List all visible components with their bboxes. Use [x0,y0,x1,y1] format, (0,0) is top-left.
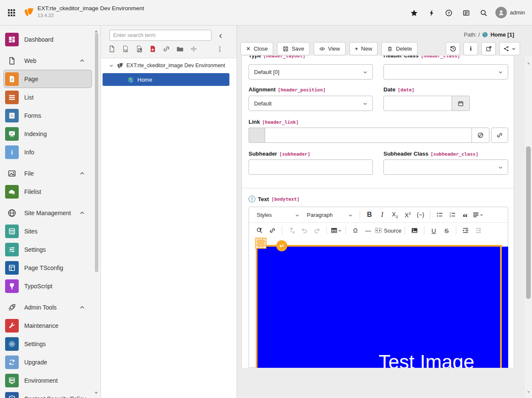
new-shortcut-page-button[interactable] [134,44,144,54]
sidebar-item-admin-tools[interactable]: Admin Tools [0,298,100,316]
sidebar-item-label: File [24,170,34,177]
collapse-tree-icon[interactable] [217,32,224,40]
widget-insert-paragraph-button[interactable]: ↵ [276,240,287,251]
help-icon[interactable] [445,9,452,17]
block-quote-button[interactable]: “ [459,209,471,221]
sidebar-item-forms[interactable]: Forms [0,106,100,125]
delete-button[interactable]: Delete [381,42,418,55]
new-page-restricted-button[interactable] [120,44,131,54]
sidebar-item-content-security-policy[interactable]: Content Security Policy [0,389,100,398]
paragraph-select[interactable]: Paragraph [303,209,357,221]
sidebar-item-page[interactable]: Page [3,70,92,88]
sidebar-item-dashboard[interactable]: Dashboard [0,30,100,48]
chevron-up-icon[interactable] [79,304,85,311]
clear-cache-bolt-icon[interactable] [428,9,435,17]
sidebar-item-site-management[interactable]: Site Management [0,204,100,222]
close-button[interactable]: ✕Close [240,42,273,55]
record-info-button[interactable]: i [463,42,478,55]
numbered-list-button[interactable] [446,209,458,221]
sidebar-scroll-down-icon[interactable] [94,389,99,396]
sidebar-item-environment[interactable]: Environment [0,371,100,389]
sidebar-item-site-settings[interactable]: Settings [0,240,100,259]
header-class-select[interactable] [383,64,508,80]
tree-root-node[interactable]: EXT:rte_ckeditor_image Dev Environment [101,59,237,72]
sidebar-item-sites[interactable]: Sites [0,222,100,240]
underline-button[interactable]: U [428,225,440,236]
new-link-page-button[interactable] [148,44,158,54]
sidebar-item-file[interactable]: File [0,164,100,182]
date-picker-button[interactable] [452,96,470,111]
widget-resize-handle[interactable] [256,239,266,248]
systeminfo-icon[interactable] [463,9,470,17]
view-button[interactable]: View [314,42,346,55]
content-scrollbar[interactable] [525,56,532,398]
sidebar-item-maintenance[interactable]: Maintenance [0,316,100,335]
soft-hyphen-button[interactable]: (−) [415,209,426,221]
link-input[interactable] [265,128,472,143]
new-page-button[interactable] [107,44,117,54]
path-page-ref[interactable]: Home [1] [490,31,514,38]
subscript-button[interactable]: X2 [389,209,401,221]
open-new-window-button[interactable] [481,42,496,55]
undo-button[interactable] [298,225,310,236]
alignment-select[interactable]: Default [249,96,373,111]
sidebar-item-list[interactable]: List [0,88,100,106]
search-icon[interactable] [480,9,487,17]
indent-button[interactable] [460,225,472,236]
sidebar-item-info[interactable]: Info [0,143,100,161]
tree-more-kebab-icon[interactable] [217,45,223,53]
tree-node-home[interactable]: Home [103,73,229,86]
content-scrollbar-thumb[interactable] [526,146,531,299]
tree-search-input[interactable] [109,30,212,41]
outdent-button[interactable] [472,225,484,236]
bulleted-list-button[interactable] [434,209,446,221]
styles-select[interactable]: Styles [253,209,303,221]
insert-image-button[interactable] [409,225,420,236]
chevron-down-icon[interactable] [109,62,114,69]
chevron-up-icon[interactable] [79,209,85,217]
new-mountpoint-button[interactable] [161,44,172,54]
chevron-up-icon[interactable] [79,170,85,177]
bold-button[interactable]: B [363,209,375,221]
date-input[interactable] [383,96,452,111]
chevron-up-icon[interactable] [79,57,85,65]
new-button[interactable]: +New [349,42,378,55]
sidebar-item-upgrade[interactable]: Upgrade [0,353,100,371]
link-button[interactable] [266,225,278,236]
history-button[interactable] [446,42,460,55]
type-select[interactable]: Default [0] [249,64,373,80]
special-characters-button[interactable]: Ω [349,225,361,236]
sidebar-item-page-tsconfig[interactable]: Page TSconfig [0,259,100,277]
avatar[interactable] [495,7,507,18]
sidebar-item-filelist[interactable]: Filelist [0,182,100,201]
italic-button[interactable]: I [376,209,388,221]
remove-format-button[interactable] [286,225,297,236]
redo-button[interactable] [311,225,323,236]
subheader-class-select[interactable] [383,159,508,175]
sidebar-item-admin-settings[interactable]: Settings [0,335,100,353]
scroll-down-icon[interactable] [526,388,531,395]
find-and-replace-button[interactable] [254,225,266,236]
insert-table-button[interactable] [330,225,342,236]
save-button[interactable]: Save [277,42,310,55]
sidebar-item-typoscript[interactable]: TypoScript [0,277,100,295]
strikethrough-button[interactable]: S [440,225,452,236]
editor-image-widget[interactable]: Test Image for E2E Tests [257,247,508,368]
app-grid-icon[interactable] [7,8,16,17]
sidebar-item-web[interactable]: Web [0,51,100,70]
link-browser-button[interactable] [491,128,508,143]
new-folder-button[interactable] [175,44,185,54]
subheader-input[interactable] [249,159,373,175]
new-spacer-button[interactable] [189,44,199,54]
bookmark-star-icon[interactable] [410,9,418,17]
link-popup-button[interactable] [472,128,489,143]
share-button[interactable] [499,42,520,55]
source-button[interactable]: Source [375,225,401,236]
scroll-up-icon[interactable] [526,59,531,67]
username[interactable]: admin [510,9,525,16]
sidebar-item-indexing[interactable]: Indexing [0,125,100,143]
text-alignment-button[interactable] [472,209,484,221]
superscript-button[interactable]: X2 [402,209,414,221]
sidebar-scrollbar-thumb[interactable] [95,33,98,272]
horizontal-line-button[interactable]: — [362,225,374,236]
